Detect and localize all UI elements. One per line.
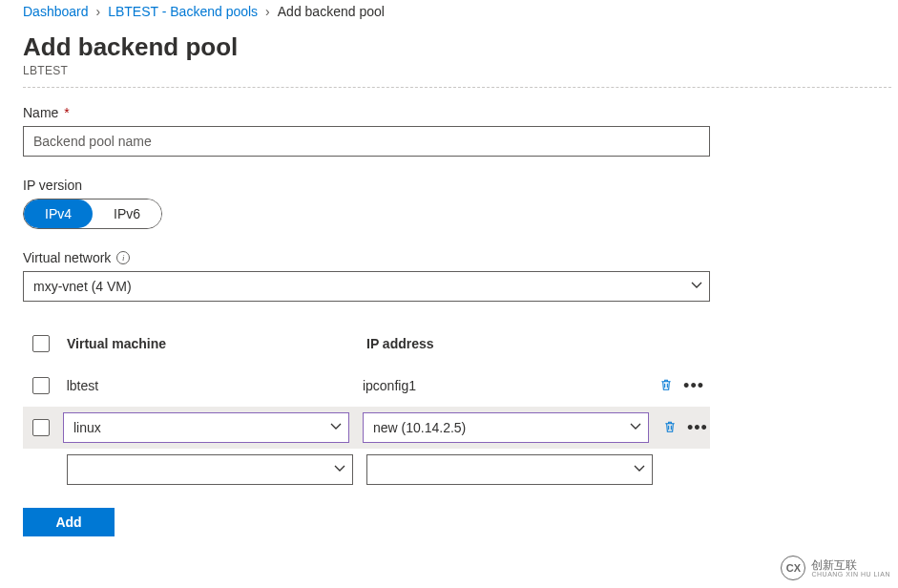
watermark: CX 创新互联 CHUANG XIN HU LIAN	[781, 556, 890, 565]
page-subtitle: LBTEST	[23, 64, 898, 77]
divider	[23, 87, 891, 88]
row-checkbox[interactable]	[32, 419, 50, 436]
row-ip: ipconfig1	[363, 378, 645, 393]
table-row: linux new (10.14.2.5)	[23, 407, 710, 449]
row-ip-value: new (10.14.2.5)	[373, 420, 466, 435]
table-row: lbtest ipconfig1 •••	[23, 365, 710, 407]
breadcrumb: Dashboard › LBTEST - Backend pools › Add…	[23, 0, 898, 27]
delete-icon[interactable]	[662, 419, 678, 437]
table-header-vm: Virtual machine	[67, 336, 353, 351]
row-ip-select[interactable]: new (10.14.2.5)	[363, 412, 649, 443]
info-icon[interactable]: i	[116, 251, 130, 264]
breadcrumb-current: Add backend pool	[278, 4, 385, 19]
watermark-logo-icon: CX	[781, 556, 805, 565]
select-all-checkbox[interactable]	[32, 335, 50, 352]
vnet-select[interactable]: mxy-vnet (4 VM)	[23, 271, 710, 302]
name-input[interactable]	[23, 126, 710, 157]
ipversion-toggle: IPv4 IPv6	[23, 199, 162, 229]
breadcrumb-backend-pools[interactable]: LBTEST - Backend pools	[108, 4, 258, 19]
ipversion-label: IP version	[23, 178, 82, 193]
vnet-value: mxy-vnet (4 VM)	[33, 279, 132, 294]
row-ip-select[interactable]	[366, 454, 653, 485]
row-vm-name: lbtest	[67, 378, 349, 393]
more-icon[interactable]: •••	[687, 418, 708, 438]
more-icon[interactable]: •••	[683, 376, 704, 396]
name-label: Name	[23, 105, 58, 120]
table-row	[23, 449, 710, 491]
row-checkbox[interactable]	[32, 377, 50, 394]
watermark-text: 创新互联	[811, 559, 890, 566]
chevron-right-icon: ›	[265, 4, 270, 19]
vnet-label: Virtual network	[23, 250, 111, 265]
ipversion-ipv6[interactable]: IPv6	[93, 200, 161, 228]
chevron-right-icon: ›	[96, 4, 101, 19]
breadcrumb-dashboard[interactable]: Dashboard	[23, 4, 89, 19]
delete-icon[interactable]	[658, 377, 674, 395]
row-vm-select[interactable]	[67, 454, 353, 485]
page-title: Add backend pool	[23, 32, 898, 62]
table-header: Virtual machine IP address	[23, 323, 710, 365]
row-vm-select[interactable]: linux	[63, 412, 349, 443]
table-header-ip: IP address	[366, 336, 653, 351]
ipversion-ipv4[interactable]: IPv4	[24, 200, 93, 228]
required-asterisk: *	[64, 105, 69, 120]
add-button[interactable]: Add	[23, 508, 115, 536]
row-vm-value: linux	[73, 420, 101, 435]
